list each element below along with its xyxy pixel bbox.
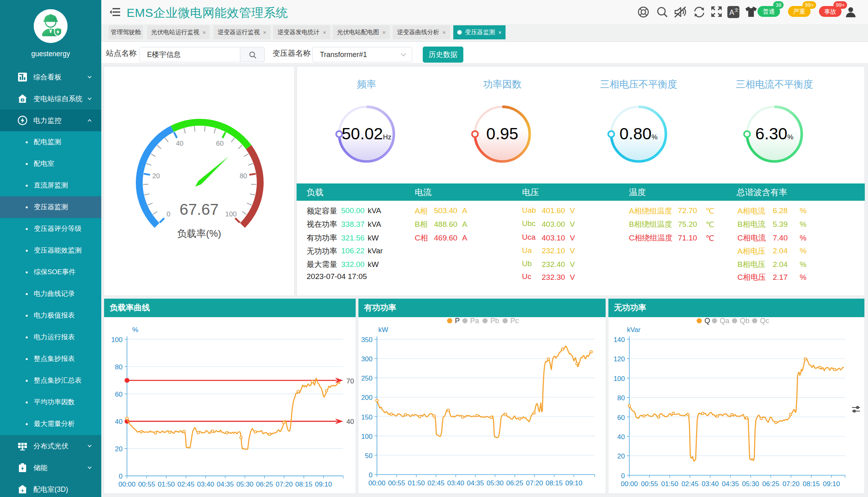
svg-text:文: 文 — [735, 8, 739, 12]
svg-text:$: $ — [22, 98, 24, 102]
svg-text:A: A — [729, 8, 734, 16]
